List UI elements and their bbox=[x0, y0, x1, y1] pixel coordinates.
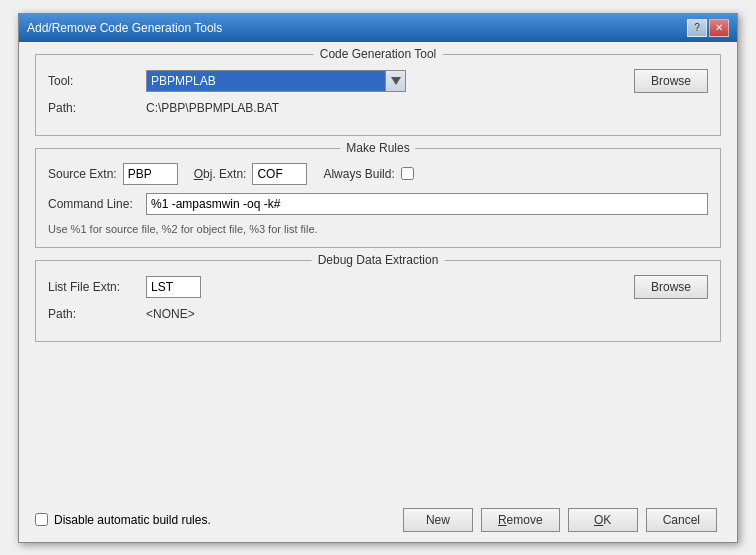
disable-label: Disable automatic build rules. bbox=[54, 513, 211, 527]
always-build-group: Always Build: bbox=[323, 167, 413, 181]
command-line-label: Command Line: bbox=[48, 197, 138, 211]
debug-data-content: List File Extn: Browse Path: <NONE> bbox=[48, 275, 708, 321]
tool-row: Tool: Browse bbox=[48, 69, 708, 93]
title-bar: Add/Remove Code Generation Tools ? ✕ bbox=[19, 14, 737, 42]
debug-data-title: Debug Data Extraction bbox=[312, 253, 445, 267]
code-gen-tool-title: Code Generation Tool bbox=[314, 47, 443, 61]
tool-select-wrapper bbox=[146, 70, 406, 92]
obj-extn-input[interactable] bbox=[252, 163, 307, 185]
obj-extn-group: Obj. Extn: bbox=[194, 163, 308, 185]
command-line-row: Command Line: bbox=[48, 193, 708, 215]
list-file-row: List File Extn: Browse bbox=[48, 275, 708, 299]
code-gen-tool-content: Tool: Browse Path: C:\PBP\PBPMPLAB.BAT bbox=[48, 69, 708, 115]
close-button[interactable]: ✕ bbox=[709, 19, 729, 37]
debug-path-row: Path: <NONE> bbox=[48, 307, 708, 321]
always-build-label: Always Build: bbox=[323, 167, 394, 181]
dialog-title: Add/Remove Code Generation Tools bbox=[27, 21, 222, 35]
dialog-window: Add/Remove Code Generation Tools ? ✕ Cod… bbox=[18, 13, 738, 543]
make-rules-title: Make Rules bbox=[340, 141, 415, 155]
debug-data-group: Debug Data Extraction List File Extn: Br… bbox=[35, 260, 721, 342]
path-label: Path: bbox=[48, 101, 138, 115]
list-file-extn-label: List File Extn: bbox=[48, 280, 138, 294]
title-bar-buttons: ? ✕ bbox=[687, 19, 729, 37]
tool-label: Tool: bbox=[48, 74, 138, 88]
debug-browse-button[interactable]: Browse bbox=[634, 275, 708, 299]
source-extn-input[interactable] bbox=[123, 163, 178, 185]
svg-marker-0 bbox=[391, 77, 401, 85]
tool-input[interactable] bbox=[146, 70, 386, 92]
remove-button[interactable]: Remove bbox=[481, 508, 560, 532]
debug-path-label: Path: bbox=[48, 307, 138, 321]
bottom-bar: Disable automatic build rules. New Remov… bbox=[19, 504, 737, 542]
tool-dropdown-arrow[interactable] bbox=[386, 70, 406, 92]
disable-checkbox[interactable] bbox=[35, 513, 48, 526]
debug-path-value: <NONE> bbox=[146, 307, 195, 321]
code-gen-tool-group: Code Generation Tool Tool: Browse Path: bbox=[35, 54, 721, 136]
list-file-extn-input[interactable] bbox=[146, 276, 201, 298]
help-button[interactable]: ? bbox=[687, 19, 707, 37]
bottom-left: Disable automatic build rules. bbox=[35, 513, 211, 527]
path-value: C:\PBP\PBPMPLAB.BAT bbox=[146, 101, 279, 115]
dialog-content: Code Generation Tool Tool: Browse Path: bbox=[19, 42, 737, 504]
make-rules-row1: Source Extn: Obj. Extn: Always Build: bbox=[48, 163, 708, 185]
source-extn-label: Source Extn: bbox=[48, 167, 117, 181]
make-rules-group: Make Rules Source Extn: Obj. Extn: Alway… bbox=[35, 148, 721, 248]
command-hint: Use %1 for source file, %2 for object fi… bbox=[48, 223, 708, 235]
path-row: Path: C:\PBP\PBPMPLAB.BAT bbox=[48, 101, 708, 115]
bottom-buttons: New Remove OK Cancel bbox=[403, 508, 721, 532]
ok-button[interactable]: OK bbox=[568, 508, 638, 532]
obj-extn-label: Obj. Extn: bbox=[194, 167, 247, 181]
source-extn-group: Source Extn: bbox=[48, 163, 178, 185]
new-button[interactable]: New bbox=[403, 508, 473, 532]
command-line-input[interactable] bbox=[146, 193, 708, 215]
always-build-checkbox[interactable] bbox=[401, 167, 414, 180]
cancel-button[interactable]: Cancel bbox=[646, 508, 717, 532]
code-gen-browse-button[interactable]: Browse bbox=[634, 69, 708, 93]
make-rules-content: Source Extn: Obj. Extn: Always Build: Co… bbox=[48, 163, 708, 235]
